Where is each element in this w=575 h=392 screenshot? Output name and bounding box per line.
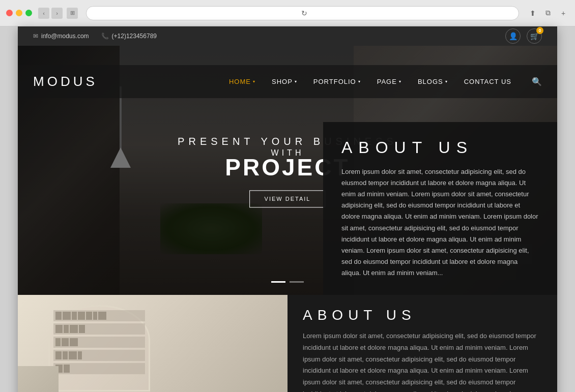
browser-chrome: ‹ › ⊞ ↻ ⬆ ⧉ + <box>0 0 575 26</box>
stair-element <box>18 366 59 392</box>
nav-page[interactable]: PAGE ▾ <box>377 78 401 85</box>
book <box>64 325 69 333</box>
refresh-icon[interactable]: ↻ <box>301 9 307 17</box>
nav-contact-label: CONTACT US <box>464 78 511 85</box>
search-icon[interactable]: 🔍 <box>532 77 542 86</box>
hero-section: MODUS HOME ▾ SHOP ▾ PORTFOLIO ▾ PAGE ▾ <box>18 46 557 295</box>
close-button[interactable] <box>6 10 13 16</box>
tab-grid-button[interactable]: ⊞ <box>67 8 78 19</box>
back-button[interactable]: ‹ <box>38 8 49 19</box>
email-icon: ✉ <box>33 33 38 40</box>
book <box>55 312 62 320</box>
slide-dot-1[interactable] <box>271 281 285 283</box>
book <box>98 312 106 320</box>
nav-portfolio-arrow: ▾ <box>358 79 361 84</box>
hero-cta-button[interactable]: VIEW DETAIL <box>250 190 326 207</box>
shelves-element <box>53 310 145 376</box>
nav-page-arrow: ▾ <box>399 79 401 84</box>
book <box>55 325 63 333</box>
cart-icon-button[interactable]: 🛒 0 <box>527 28 542 44</box>
book <box>70 325 78 333</box>
main-nav: MODUS HOME ▾ SHOP ▾ PORTFOLIO ▾ PAGE ▾ <box>18 65 557 98</box>
book <box>86 312 92 320</box>
shelf-4 <box>53 350 145 361</box>
email-item: ✉ info@modus.com <box>33 33 89 40</box>
address-bar[interactable]: ↻ <box>86 6 519 20</box>
minimize-button[interactable] <box>16 10 22 16</box>
room-image <box>18 295 288 392</box>
below-fold-section: ABOUT US Lorem ipsum dolor sit amet, con… <box>18 295 557 392</box>
book <box>70 338 78 346</box>
nav-page-label: PAGE <box>377 78 397 85</box>
browser-nav-arrows: ‹ › <box>38 8 63 19</box>
nav-shop-label: SHOP <box>272 78 293 85</box>
traffic-lights <box>6 10 32 16</box>
about-text: Lorem ipsum dolor sit amet, consectetur … <box>341 166 539 279</box>
below-about-text: Lorem ipsum dolor sit amet, consectetur … <box>303 330 542 392</box>
phone-item: 📞 (+12)123456789 <box>101 33 157 40</box>
add-tab-icon[interactable]: + <box>558 8 569 19</box>
book <box>72 312 77 320</box>
book <box>63 351 68 359</box>
nav-portfolio[interactable]: PORTFOLIO ▾ <box>313 78 361 85</box>
book <box>55 338 61 346</box>
book <box>63 312 71 320</box>
nav-blogs-arrow: ▾ <box>445 79 448 84</box>
top-bar-left: ✉ info@modus.com 📞 (+12)123456789 <box>33 33 157 40</box>
fullscreen-button[interactable] <box>25 10 32 16</box>
book <box>64 365 70 373</box>
slide-dot-2[interactable] <box>290 281 304 283</box>
book <box>69 351 77 359</box>
shelf-3 <box>53 337 145 348</box>
website-container: ✉ info@modus.com 📞 (+12)123456789 👤 🛒 0 <box>18 26 557 392</box>
top-bar: ✉ info@modus.com 📞 (+12)123456789 👤 🛒 0 <box>18 26 557 46</box>
book <box>79 325 85 333</box>
slide-indicators <box>271 281 304 283</box>
browser-actions: ⬆ ⧉ + <box>527 8 569 19</box>
book <box>55 351 62 359</box>
phone-text: (+12)123456789 <box>112 33 157 40</box>
shelf-2 <box>53 323 145 335</box>
user-icon-button[interactable]: 👤 <box>505 28 521 44</box>
shelf-1 <box>53 310 145 321</box>
nav-blogs[interactable]: BLOGS ▾ <box>418 78 448 85</box>
about-section-overlay: ABOUT US Lorem ipsum dolor sit amet, con… <box>323 122 557 295</box>
nav-home-label: HOME <box>229 78 251 85</box>
top-bar-right: 👤 🛒 0 <box>505 28 542 44</box>
below-about-title: ABOUT US <box>303 307 542 323</box>
nav-blogs-label: BLOGS <box>418 78 443 85</box>
nav-shop[interactable]: SHOP ▾ <box>272 78 297 85</box>
nav-portfolio-label: PORTFOLIO <box>313 78 356 85</box>
duplicate-icon[interactable]: ⧉ <box>542 8 554 19</box>
below-fold-about: ABOUT US Lorem ipsum dolor sit amet, con… <box>288 295 557 392</box>
site-logo[interactable]: MODUS <box>33 74 98 89</box>
shelf-5 <box>53 363 145 374</box>
email-text: info@modus.com <box>41 33 89 40</box>
book <box>78 351 82 359</box>
book <box>62 338 69 346</box>
nav-home[interactable]: HOME ▾ <box>229 78 255 85</box>
about-title: ABOUT US <box>341 138 539 157</box>
book <box>78 312 85 320</box>
nav-home-arrow: ▾ <box>253 79 255 84</box>
phone-icon: 📞 <box>101 33 109 40</box>
cart-badge: 0 <box>536 27 543 34</box>
nav-shop-arrow: ▾ <box>295 79 297 84</box>
forward-button[interactable]: › <box>51 8 63 19</box>
below-fold-image <box>18 295 288 392</box>
book <box>93 312 97 320</box>
share-icon[interactable]: ⬆ <box>527 8 538 19</box>
nav-items: HOME ▾ SHOP ▾ PORTFOLIO ▾ PAGE ▾ BLOGS <box>229 77 542 86</box>
nav-contact[interactable]: CONTACT US <box>464 78 511 85</box>
